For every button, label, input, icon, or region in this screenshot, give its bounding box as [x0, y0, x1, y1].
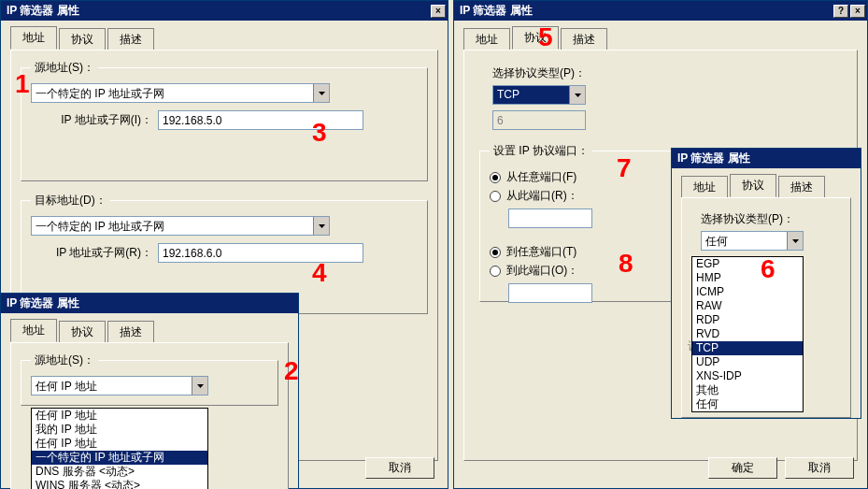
- combo-source-value: 一个特定的 IP 地址或子网: [32, 84, 313, 102]
- combo-protocol-value: 任何: [702, 232, 787, 250]
- combo-protocol-dropdown[interactable]: EGPHMPICMPRAWRDPRVDTCPUDPXNS-IDP其他任何: [691, 256, 804, 412]
- combo-option[interactable]: ICMP: [692, 285, 803, 299]
- group-ports-legend: 设置 IP 协议端口：: [490, 143, 592, 159]
- tab-protocol[interactable]: 协议: [512, 26, 559, 50]
- label-source-ip: IP 地址或子网(I)：: [31, 112, 152, 128]
- radio-to-any[interactable]: 到任意端口(T): [490, 244, 665, 260]
- combo-option[interactable]: 其他: [692, 383, 803, 397]
- tab-description[interactable]: 描述: [778, 176, 825, 199]
- tab-protocol[interactable]: 协议: [730, 174, 776, 197]
- input-protocol-number: [492, 110, 586, 130]
- combo-option[interactable]: WINS 服务器 <动态>: [32, 479, 207, 489]
- combo-option[interactable]: 任何: [692, 397, 803, 411]
- tab-address[interactable]: 地址: [10, 26, 57, 50]
- combo-option[interactable]: TCP: [692, 341, 803, 355]
- combo-option[interactable]: 一个特定的 IP 地址或子网: [32, 451, 207, 465]
- label-dest-ip: IP 地址或子网(R)：: [31, 245, 152, 261]
- titlebar[interactable]: IP 筛选器 属性: [672, 149, 861, 168]
- chevron-down-icon[interactable]: [192, 377, 207, 395]
- titlebar[interactable]: IP 筛选器 属性 ? ×: [454, 1, 867, 21]
- combo-option[interactable]: DNS 服务器 <动态>: [32, 465, 207, 479]
- combo-option[interactable]: RDP: [692, 313, 803, 327]
- group-source-legend: 源地址(S)：: [31, 352, 98, 368]
- combo-option[interactable]: HMP: [692, 271, 803, 285]
- combo-option[interactable]: 任何 IP 地址: [32, 409, 207, 423]
- combo-option[interactable]: XNS-IDP: [692, 369, 803, 383]
- tab-address[interactable]: 地址: [681, 176, 728, 199]
- chevron-down-icon[interactable]: [787, 232, 803, 250]
- input-dest-ip[interactable]: [158, 243, 363, 263]
- tabstrip: 地址 协议 描述: [10, 319, 289, 343]
- title-text: IP 筛选器 属性: [7, 295, 296, 311]
- cancel-button[interactable]: 取消: [365, 457, 434, 479]
- combo-option[interactable]: UDP: [692, 355, 803, 369]
- tab-protocol[interactable]: 协议: [59, 321, 106, 344]
- tab-address[interactable]: 地址: [10, 319, 57, 342]
- dialog-ip-filter-proto-dropdown: IP 筛选器 属性 地址 协议 描述 选择协议类型(P)： 任何 EGPHMPI…: [671, 148, 861, 419]
- group-source-address: 源地址(S)： 任何 IP 地址 任何 IP 地址我的 IP 地址任何 IP 地…: [21, 352, 278, 406]
- radio-dot: [490, 191, 501, 202]
- tabstrip: 地址 协议 描述: [463, 26, 858, 50]
- cancel-button[interactable]: 取消: [785, 457, 854, 479]
- combo-source-address[interactable]: 一个特定的 IP 地址或子网: [31, 83, 330, 103]
- radio-dot: [490, 172, 501, 183]
- combo-source-dropdown[interactable]: 任何 IP 地址我的 IP 地址任何 IP 地址一个特定的 IP 地址或子网DN…: [31, 408, 208, 489]
- title-text: IP 筛选器 属性: [7, 3, 429, 19]
- combo-option[interactable]: 任何 IP 地址: [32, 437, 207, 451]
- radio-dot: [490, 247, 501, 258]
- tab-protocol[interactable]: 协议: [59, 28, 106, 51]
- tab-description[interactable]: 描述: [561, 28, 607, 51]
- radio-from-any[interactable]: 从任意端口(F): [490, 169, 665, 185]
- radio-to-this[interactable]: 到此端口(O)：: [490, 263, 665, 279]
- combo-source-address[interactable]: 任何 IP 地址: [31, 376, 208, 396]
- chevron-down-icon[interactable]: [313, 217, 329, 235]
- combo-option[interactable]: RVD: [692, 327, 803, 341]
- help-icon[interactable]: ?: [833, 5, 848, 18]
- input-to-port[interactable]: [508, 283, 592, 303]
- tab-description[interactable]: 描述: [107, 28, 154, 51]
- group-source-address: 源地址(S)： 一个特定的 IP 地址或子网 IP 地址或子网(I)：: [21, 60, 428, 181]
- close-icon[interactable]: ×: [850, 5, 865, 18]
- group-dest-legend: 目标地址(D)：: [31, 193, 110, 209]
- titlebar[interactable]: IP 筛选器 属性: [1, 294, 298, 313]
- chevron-down-icon[interactable]: [569, 86, 585, 104]
- combo-option[interactable]: EGP: [692, 257, 803, 271]
- combo-protocol-value: TCP: [493, 86, 569, 104]
- combo-dest-address[interactable]: 一个特定的 IP 地址或子网: [31, 216, 330, 236]
- combo-protocol-type[interactable]: 任何: [701, 231, 804, 251]
- group-source-legend: 源地址(S)：: [31, 60, 98, 76]
- combo-option[interactable]: RAW: [692, 299, 803, 313]
- tab-address[interactable]: 地址: [463, 28, 510, 51]
- combo-option[interactable]: 我的 IP 地址: [32, 423, 207, 437]
- combo-protocol-type[interactable]: TCP: [492, 85, 586, 105]
- group-ports: 设置 IP 协议端口： 从任意端口(F) 从此端口(R)： 到任意端口(T) 到…: [479, 143, 676, 302]
- input-from-port[interactable]: [508, 209, 592, 228]
- input-source-ip[interactable]: [158, 110, 363, 130]
- titlebar[interactable]: IP 筛选器 属性 ×: [1, 1, 448, 21]
- title-text: IP 筛选器 属性: [460, 3, 832, 19]
- ok-button[interactable]: 确定: [708, 457, 777, 479]
- label-protocol-type: 选择协议类型(P)：: [492, 65, 847, 81]
- combo-dest-value: 一个特定的 IP 地址或子网: [32, 217, 313, 235]
- dialog-ip-filter-addr-dropdown: IP 筛选器 属性 地址 协议 描述 源地址(S)： 任何 IP 地址 任何 I…: [0, 293, 299, 489]
- tab-description[interactable]: 描述: [107, 321, 154, 344]
- close-icon[interactable]: ×: [431, 5, 446, 18]
- radio-from-this[interactable]: 从此端口(R)：: [490, 188, 665, 204]
- tabstrip: 地址 协议 描述: [681, 174, 851, 198]
- combo-source-value: 任何 IP 地址: [32, 377, 192, 395]
- radio-dot: [490, 266, 501, 277]
- chevron-down-icon[interactable]: [313, 84, 329, 102]
- tabstrip: 地址 协议 描述: [10, 26, 438, 50]
- title-text: IP 筛选器 属性: [677, 151, 859, 166]
- label-protocol-type: 选择协议类型(P)：: [701, 211, 841, 227]
